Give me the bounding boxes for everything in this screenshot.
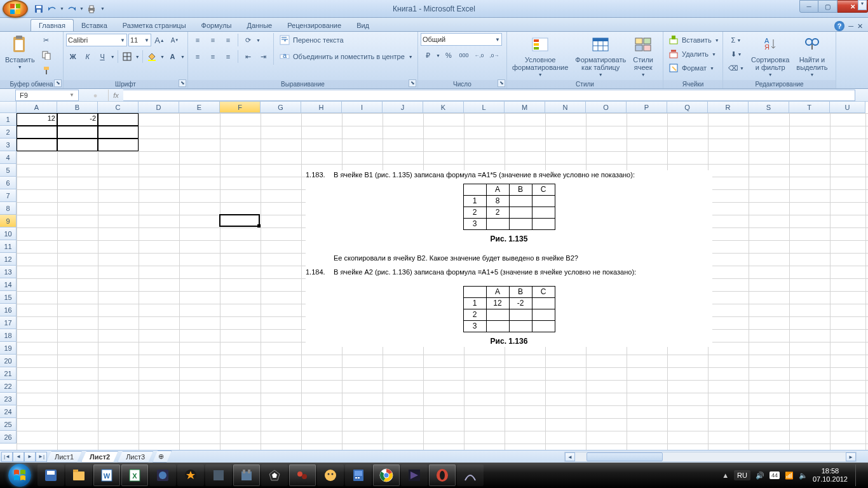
italic-icon[interactable]: К [81,50,94,64]
font-color-icon[interactable]: A [166,50,179,64]
row-header[interactable]: 26 [0,431,17,444]
column-header[interactable]: S [749,102,789,113]
borders-icon[interactable] [121,50,134,64]
decrease-indent-icon[interactable]: ⇤ [241,50,255,64]
column-header[interactable]: T [789,102,830,113]
excel-close-icon[interactable]: ✕ [857,22,863,30]
tray-flag-icon[interactable]: 🔊 [756,471,764,480]
alignment-dialog-launcher[interactable]: ⬊ [409,79,416,87]
sheet-tab-1[interactable]: Лист1 [46,451,82,463]
align-right-icon[interactable]: ≡ [221,50,235,64]
row-header[interactable]: 16 [0,304,17,316]
column-header[interactable]: N [545,102,586,113]
battery-indicator[interactable]: 44 [770,471,780,479]
sheet-tab-3[interactable]: Лист3 [118,451,153,463]
bold-icon[interactable]: Ж [66,50,79,64]
minimize-button[interactable]: ─ [799,0,818,13]
format-as-table-button[interactable]: Форматировать как таблицу▼ [573,33,628,79]
percent-format-icon[interactable]: % [442,48,456,62]
format-cells-button[interactable]: Формат▼ [666,61,721,75]
row-header[interactable]: 23 [0,393,17,405]
start-button[interactable] [3,463,37,488]
autosum-icon[interactable]: Σ▼ [726,33,747,47]
row-header[interactable]: 15 [0,291,17,304]
taskbar-app-16[interactable] [457,464,484,486]
print-icon[interactable] [86,3,97,15]
cut-icon[interactable]: ✂ [39,33,53,47]
clipboard-dialog-launcher[interactable]: ⬊ [54,79,62,87]
taskbar-chrome-icon[interactable] [373,464,400,486]
row-header[interactable]: 19 [0,342,17,355]
row-header[interactable]: 1 [0,113,17,126]
find-select-button[interactable]: Найти и выделить▼ [794,33,830,79]
font-dialog-launcher[interactable]: ⬊ [179,79,186,87]
tab-review[interactable]: Рецензирование [280,20,349,31]
row-header[interactable]: 5 [0,164,17,177]
align-center-icon[interactable]: ≡ [206,50,220,64]
sheet-tab-2[interactable]: Лист2 [81,451,118,463]
wrap-text-button[interactable]: Перенос текста [277,33,414,47]
increase-decimal-icon[interactable]: ←,0 [472,48,486,62]
formula-input[interactable] [123,90,855,101]
align-bottom-icon[interactable]: ≡ [221,33,235,47]
tray-arrow-icon[interactable]: ▲ [722,471,729,479]
row-header[interactable]: 2 [0,126,17,139]
column-header[interactable]: I [342,102,383,113]
row-header[interactable]: 9 [0,215,17,227]
ribbon-minimize-icon[interactable]: ─ [848,22,853,30]
column-header[interactable]: D [139,102,179,113]
align-top-icon[interactable]: ≡ [191,33,205,47]
align-left-icon[interactable]: ≡ [191,50,205,64]
insert-cells-button[interactable]: Вставить▼ [666,33,721,47]
taskbar-app-5[interactable] [149,464,176,486]
taskbar-app-9[interactable] [261,464,288,486]
column-header[interactable]: M [505,102,545,113]
new-sheet-icon[interactable]: ⊕ [153,451,172,463]
name-box[interactable]: F9▼ [15,90,79,101]
row-header[interactable]: 22 [0,380,17,393]
taskbar-app-10[interactable] [289,464,316,486]
cell-styles-button[interactable]: Стили ячеек▼ [630,33,656,79]
taskbar-word-icon[interactable]: W [93,464,120,486]
tab-formulas[interactable]: Формулы [194,20,240,31]
row-header[interactable]: 20 [0,355,17,367]
tray-network-icon[interactable]: 📶 [785,471,794,480]
paste-button[interactable]: Вставить▼ [3,33,37,71]
sheet-nav-last-icon[interactable]: ►| [36,452,47,462]
column-header[interactable]: P [627,102,667,113]
taskbar-app-11[interactable] [317,464,344,486]
select-all-corner[interactable] [0,102,17,113]
clear-icon[interactable]: ⌫▼ [726,61,747,75]
delete-cells-button[interactable]: Удалить▼ [666,47,721,61]
row-header[interactable]: 8 [0,202,17,215]
column-header[interactable]: G [261,102,301,113]
horizontal-scrollbar[interactable]: ◄► [564,452,857,462]
taskbar-app-1[interactable] [37,464,64,486]
copy-icon[interactable] [39,48,53,62]
taskbar-app-2[interactable] [65,464,92,486]
fx-icon[interactable]: fx [108,90,123,101]
grow-font-icon[interactable]: A▲ [153,33,166,47]
sheet-nav-first-icon[interactable]: |◄ [1,452,13,462]
help-icon[interactable]: ? [834,21,844,31]
merge-center-button[interactable]: aОбъединить и поместить в центре▼ [277,50,414,64]
language-indicator[interactable]: RU [734,470,750,480]
column-header[interactable]: C [98,102,139,113]
taskbar-excel-icon[interactable]: X [121,464,148,486]
row-header[interactable]: 24 [0,405,17,418]
column-header[interactable]: A [17,102,57,113]
row-header[interactable]: 3 [0,139,17,151]
tray-volume-icon[interactable]: 🔈 [799,471,808,480]
row-header[interactable]: 14 [0,278,17,291]
row-header[interactable]: 17 [0,316,17,329]
row-header[interactable]: 4 [0,151,17,164]
worksheet-grid[interactable]: ABCDEFGHIJKLMNOPQRSTU 123456789101112131… [0,102,868,450]
column-header[interactable]: F [220,102,261,113]
row-header[interactable]: 25 [0,418,17,431]
taskbar-app-14[interactable] [401,464,428,486]
row-header[interactable]: 7 [0,189,17,202]
embedded-picture[interactable]: 1.183.В ячейке B1 (рис. 1.135) записана … [306,170,712,347]
tab-view[interactable]: Вид [349,20,377,31]
office-button[interactable] [3,0,28,18]
decrease-decimal-icon[interactable]: ,0→ [487,48,501,62]
